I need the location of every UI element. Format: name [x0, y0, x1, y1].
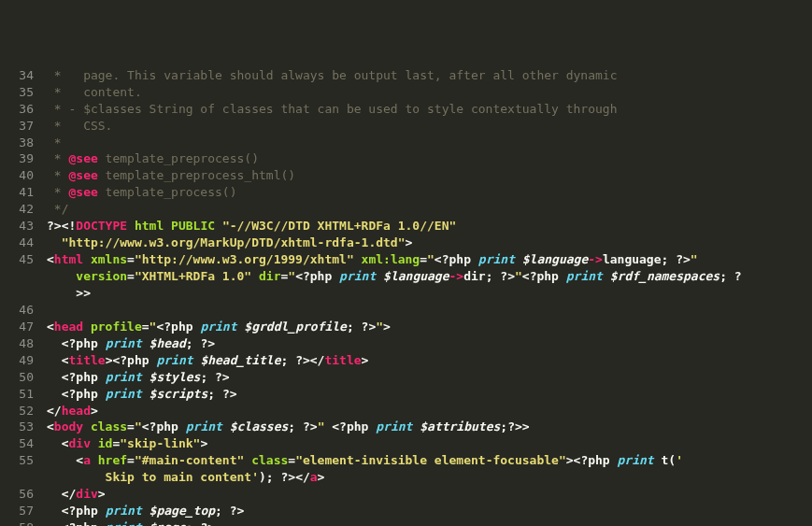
line-number: 42 [0, 201, 34, 218]
code-line[interactable]: * [47, 135, 812, 151]
line-number: 55 [0, 452, 34, 469]
line-number: 41 [0, 184, 34, 201]
line-number-continuation [0, 285, 34, 302]
code-editor[interactable]: 343536373839404142434445 464748495051525… [0, 67, 812, 526]
code-line[interactable]: <?php print $page_top; ?> [47, 503, 812, 519]
code-line[interactable]: * @see template_preprocess_html() [47, 167, 812, 184]
line-number: 51 [0, 386, 34, 403]
line-number: 46 [0, 302, 34, 319]
line-number: 54 [0, 435, 34, 452]
line-number-gutter: 343536373839404142434445 464748495051525… [0, 67, 43, 526]
code-line[interactable]: * CSS. [47, 118, 812, 135]
code-line[interactable]: <div id="skip-link"> [47, 435, 812, 452]
code-line[interactable]: <?php print $page; ?> [47, 519, 812, 526]
line-number: 38 [0, 135, 34, 151]
line-number-continuation [0, 469, 34, 486]
code-line[interactable]: <a href="#main-content" class="element-i… [47, 452, 812, 486]
code-line[interactable]: ?><!DOCTYPE html PUBLIC "-//W3C//DTD XHT… [47, 218, 812, 235]
line-number: 36 [0, 101, 34, 118]
code-line[interactable]: <body class="<?php print $classes; ?>" <… [47, 419, 812, 435]
line-number: 56 [0, 486, 34, 503]
code-line[interactable]: <?php print $scripts; ?> [47, 386, 812, 403]
line-number: 53 [0, 419, 34, 435]
line-number: 34 [0, 67, 34, 84]
code-line[interactable]: * - $classes String of classes that can … [47, 101, 812, 118]
code-line[interactable]: * @see template_preprocess() [47, 150, 812, 167]
code-line[interactable]: * page. This variable should always be o… [47, 67, 812, 84]
line-number-continuation [0, 268, 34, 285]
line-number: 52 [0, 403, 34, 419]
code-line[interactable]: </div> [47, 486, 812, 503]
line-number: 45 [0, 251, 34, 268]
line-number: 37 [0, 118, 34, 135]
line-number: 35 [0, 84, 34, 101]
code-line[interactable]: * content. [47, 84, 812, 101]
code-line[interactable]: "http://www.w3.org/MarkUp/DTD/xhtml-rdfa… [47, 235, 812, 251]
line-number: 58 [0, 519, 34, 526]
code-line[interactable]: <?php print $styles; ?> [47, 369, 812, 386]
line-number: 44 [0, 235, 34, 251]
line-number: 43 [0, 218, 34, 235]
code-line[interactable]: <head profile="<?php print $grddl_profil… [47, 319, 812, 335]
line-number: 57 [0, 503, 34, 519]
code-line[interactable]: <html xmlns="http://www.w3.org/1999/xhtm… [47, 251, 812, 302]
code-line[interactable] [47, 302, 812, 319]
line-number: 40 [0, 167, 34, 184]
code-line[interactable]: <?php print $head; ?> [47, 335, 812, 352]
code-area[interactable]: * page. This variable should always be o… [43, 67, 812, 526]
code-line[interactable]: </head> [47, 403, 812, 419]
line-number: 49 [0, 352, 34, 369]
line-number: 48 [0, 335, 34, 352]
code-line[interactable]: */ [47, 201, 812, 218]
line-number: 50 [0, 369, 34, 386]
line-number: 39 [0, 150, 34, 167]
code-line[interactable]: <title><?php print $head_title; ?></titl… [47, 352, 812, 369]
line-number: 47 [0, 319, 34, 335]
code-line[interactable]: * @see template_process() [47, 184, 812, 201]
